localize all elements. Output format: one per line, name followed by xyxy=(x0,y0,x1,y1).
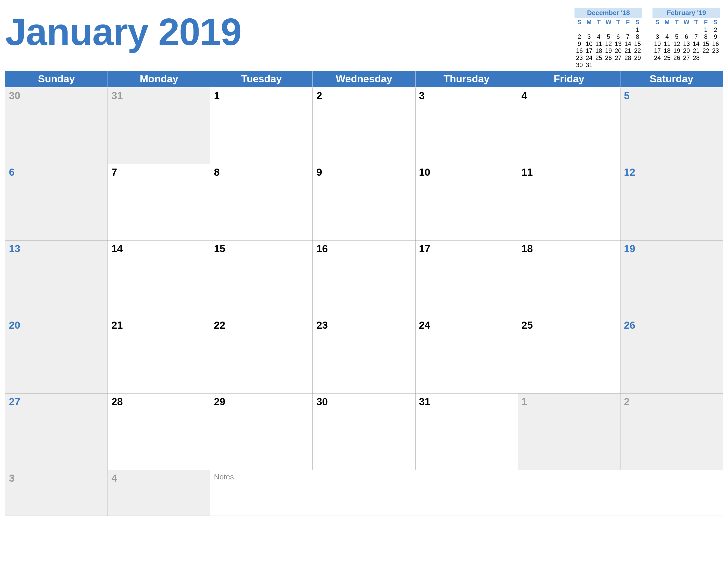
calendar-grid: SundayMondayTuesdayWednesdayThursdayFrid… xyxy=(5,70,723,516)
calendar-cell[interactable]: 22 xyxy=(210,317,313,394)
calendar-cell[interactable]: 20 xyxy=(5,317,108,394)
mini-day: 26 xyxy=(672,54,682,61)
mini-day: 22 xyxy=(633,47,642,54)
calendar-cell[interactable]: 9 xyxy=(313,164,415,240)
day-number: 4 xyxy=(111,473,206,484)
mini-day: 24 xyxy=(584,54,594,61)
weekday-header: Saturday xyxy=(620,71,723,87)
mini-day: 28 xyxy=(623,54,633,61)
mini-day: 6 xyxy=(682,33,691,40)
mini-weekday: T xyxy=(594,18,604,26)
mini-day: 12 xyxy=(604,40,613,47)
day-number: 28 xyxy=(111,396,206,408)
notes-cell[interactable]: Notes xyxy=(210,470,723,516)
mini-day: 4 xyxy=(594,33,604,40)
mini-day: 16 xyxy=(711,40,720,47)
mini-calendars: December '18 SMTWTFS ......1234567891011… xyxy=(575,5,723,68)
calendar-cell[interactable]: 3 xyxy=(415,87,518,164)
calendar-cell[interactable]: 29 xyxy=(210,394,313,470)
calendar-cell[interactable]: 18 xyxy=(518,240,620,317)
mini-calendar-prev-title: December '18 xyxy=(575,8,642,18)
calendar-cell[interactable]: 1 xyxy=(518,394,620,470)
mini-day: 14 xyxy=(623,40,633,47)
mini-day: 19 xyxy=(604,47,613,54)
mini-day: 4 xyxy=(662,33,672,40)
mini-weekday: M xyxy=(662,18,672,26)
weekday-header: Thursday xyxy=(415,71,518,87)
calendar-cell[interactable]: 16 xyxy=(313,240,415,317)
calendar-cell[interactable]: 15 xyxy=(210,240,313,317)
mini-day: 7 xyxy=(691,33,701,40)
day-number: 10 xyxy=(419,166,514,178)
calendar-cell[interactable]: 12 xyxy=(620,164,723,240)
day-number: 27 xyxy=(9,396,104,408)
calendar-cell[interactable]: 31 xyxy=(108,87,210,164)
day-number: 31 xyxy=(111,90,206,101)
day-number: 25 xyxy=(522,320,617,331)
mini-day: 25 xyxy=(594,54,604,61)
calendar-cell[interactable]: 23 xyxy=(313,317,415,394)
mini-day: 7 xyxy=(623,33,633,40)
mini-day: 23 xyxy=(711,47,720,54)
day-number: 31 xyxy=(419,396,514,408)
calendar-cell[interactable]: 24 xyxy=(415,317,518,394)
calendar-cell[interactable]: 25 xyxy=(518,317,620,394)
mini-day: 23 xyxy=(575,54,584,61)
day-number: 26 xyxy=(624,320,719,331)
calendar-cell[interactable]: 30 xyxy=(313,394,415,470)
calendar-cell[interactable]: 2 xyxy=(620,394,723,470)
day-number: 20 xyxy=(9,320,104,331)
calendar-cell[interactable]: 27 xyxy=(5,394,108,470)
mini-weekday: S xyxy=(633,18,642,26)
day-number: 30 xyxy=(316,396,411,408)
calendar-cell[interactable]: 3 xyxy=(5,470,108,516)
calendar-cell[interactable]: 30 xyxy=(5,87,108,164)
day-number: 16 xyxy=(316,243,411,254)
calendar-row: 13141516171819 xyxy=(5,240,723,317)
calendar-cell[interactable]: 4 xyxy=(518,87,620,164)
mini-day: 11 xyxy=(594,40,604,47)
calendar-cell[interactable]: 8 xyxy=(210,164,313,240)
weekday-header: Friday xyxy=(518,71,620,87)
mini-day: 20 xyxy=(682,47,691,54)
calendar-cell[interactable]: 6 xyxy=(5,164,108,240)
calendar-row: 6789101112 xyxy=(5,164,723,240)
day-number: 23 xyxy=(316,320,411,331)
calendar-cell[interactable]: 1 xyxy=(210,87,313,164)
calendar-cell[interactable]: 17 xyxy=(415,240,518,317)
mini-day: 13 xyxy=(682,40,691,47)
calendar-cell[interactable]: 31 xyxy=(415,394,518,470)
calendar-cell[interactable]: 19 xyxy=(620,240,723,317)
mini-day: 8 xyxy=(701,33,711,40)
calendar-cell[interactable]: 4 xyxy=(108,470,210,516)
calendar-row: 272829303112 xyxy=(5,394,723,470)
mini-day: 10 xyxy=(653,40,662,47)
day-number: 14 xyxy=(111,243,206,254)
calendar-cell[interactable]: 10 xyxy=(415,164,518,240)
calendar-cell[interactable]: 14 xyxy=(108,240,210,317)
day-number: 18 xyxy=(522,243,617,254)
calendar-cell[interactable]: 28 xyxy=(108,394,210,470)
calendar-cell[interactable]: 21 xyxy=(108,317,210,394)
day-number: 19 xyxy=(624,243,719,254)
day-number: 5 xyxy=(624,90,719,101)
calendar-cell[interactable]: 2 xyxy=(313,87,415,164)
mini-calendar-next-title: February '19 xyxy=(653,8,720,18)
day-number: 30 xyxy=(9,90,104,101)
mini-day: 18 xyxy=(662,47,672,54)
mini-day: 13 xyxy=(613,40,623,47)
header: January 2019 December '18 SMTWTFS ......… xyxy=(5,5,723,68)
calendar-row: 20212223242526 xyxy=(5,317,723,394)
calendar-cell[interactable]: 26 xyxy=(620,317,723,394)
calendar-cell[interactable]: 13 xyxy=(5,240,108,317)
weekday-header: Wednesday xyxy=(313,71,415,87)
mini-day: 1 xyxy=(633,26,642,33)
mini-weekday: S xyxy=(711,18,720,26)
calendar-cell[interactable]: 11 xyxy=(518,164,620,240)
calendar-cell[interactable]: 5 xyxy=(620,87,723,164)
day-number: 24 xyxy=(419,320,514,331)
mini-day: 31 xyxy=(584,61,594,69)
day-number: 15 xyxy=(214,243,309,254)
mini-day: 25 xyxy=(662,54,672,61)
calendar-cell[interactable]: 7 xyxy=(108,164,210,240)
